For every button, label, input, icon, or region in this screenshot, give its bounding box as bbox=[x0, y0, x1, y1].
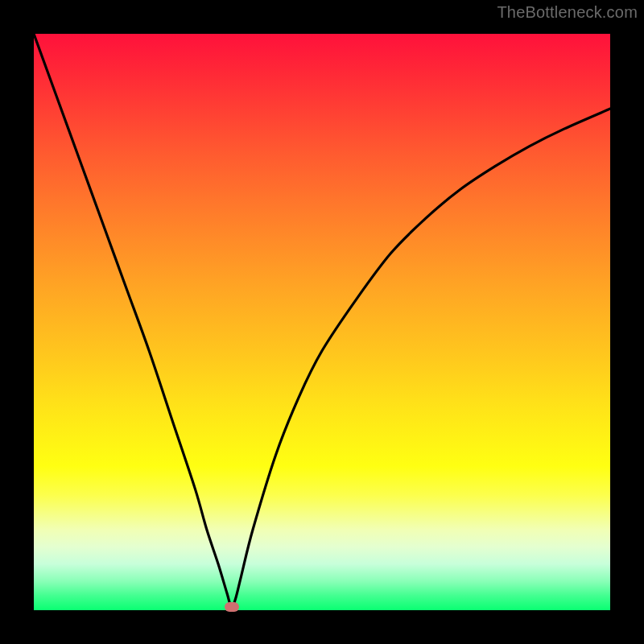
optimal-point-marker bbox=[225, 602, 239, 612]
bottleneck-curve bbox=[34, 34, 610, 610]
plot-area bbox=[34, 34, 610, 610]
chart-frame: TheBottleneck.com bbox=[0, 0, 644, 644]
watermark-text: TheBottleneck.com bbox=[497, 3, 638, 22]
curve-path bbox=[34, 34, 610, 608]
